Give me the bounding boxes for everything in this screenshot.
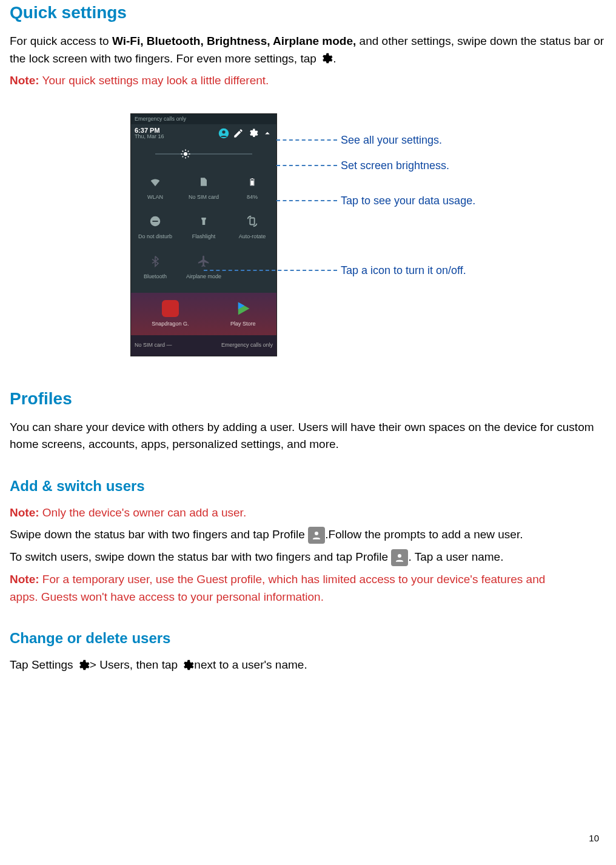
battery-icon <box>244 174 260 190</box>
app-icon: Snapdragon G. <box>152 300 189 328</box>
heading-add-switch: Add & switch users <box>10 475 606 497</box>
tile-wlan: WLAN <box>131 168 179 208</box>
callout-text: See all your settings. <box>341 132 442 149</box>
svg-line-10 <box>188 151 189 152</box>
svg-rect-12 <box>251 181 254 185</box>
callout: See all your settings. <box>276 132 442 149</box>
callout-text: Set screen brightness. <box>341 158 449 174</box>
note-label: Note: <box>10 573 39 586</box>
pencil-icon <box>233 128 244 139</box>
bluetooth-icon <box>147 253 163 269</box>
home-apps-row: Snapdragon G. Play Store <box>131 293 276 335</box>
screenshot-figure: Emergency calls only 6:37 PM Thu, Mar 16… <box>131 114 606 356</box>
para-profiles: You can share your device with others by… <box>10 419 606 453</box>
callout-line <box>204 270 337 271</box>
page-number: 10 <box>589 832 599 846</box>
note-text: Your quick settings may look a little di… <box>39 74 269 87</box>
callout: Tap to see your data usage. <box>276 193 475 209</box>
tile-label: WLAN <box>147 193 163 202</box>
para-add-user: Swipe down the status bar with two finge… <box>10 526 606 544</box>
text: Swipe down the status bar with two finge… <box>10 528 308 541</box>
callout-text: Tap a icon to turn it on/off. <box>341 262 466 279</box>
svg-rect-17 <box>162 300 179 317</box>
qs-header: 6:37 PM Thu, Mar 16 <box>131 124 276 145</box>
text: . Tap a user name. <box>408 550 503 563</box>
note-text-line2: apps. Guests won't have access to your p… <box>10 590 324 603</box>
para-change-delete: Tap Settings > Users, then tap next to a… <box>10 656 606 674</box>
text: .Follow the prompts to add a new user. <box>325 528 523 541</box>
note-text: Only the device's owner can add a user. <box>39 506 247 519</box>
callouts: See all your settings.Set screen brightn… <box>289 114 543 356</box>
callout-line <box>276 139 337 141</box>
heading-profiles: Profiles <box>10 386 606 412</box>
brightness-icon <box>179 148 192 160</box>
note-label: Note: <box>10 506 39 519</box>
svg-point-21 <box>398 554 401 558</box>
note-add-switch-1: Note: Only the device's owner can add a … <box>10 504 606 522</box>
tile-label: Auto-rotate <box>239 233 266 241</box>
text: next to a user's name. <box>194 658 307 671</box>
para-switch-user: To switch users, swipe down the status b… <box>10 549 606 566</box>
tile-flashlight: Flashlight <box>179 207 228 247</box>
sim-right: Emergency calls only <box>221 341 273 350</box>
note-label: Note: <box>10 74 39 87</box>
heading-change-delete: Change or delete users <box>10 627 606 649</box>
gear-icon <box>320 52 333 65</box>
svg-point-2 <box>184 152 187 156</box>
chevron-up-icon <box>262 128 273 139</box>
svg-point-1 <box>222 130 225 133</box>
tile-label: Bluetooth <box>144 273 167 281</box>
tile-label: No SIM card <box>189 193 219 202</box>
text: . <box>333 52 336 65</box>
text: > Users, then tap <box>90 658 181 671</box>
tile-label: Do not disturb <box>138 233 172 241</box>
svg-line-7 <box>182 151 184 152</box>
phone-mock: Emergency calls only 6:37 PM Thu, Mar 16… <box>131 114 276 356</box>
callout-line <box>276 200 337 201</box>
tile-rotate: Auto-rotate <box>228 207 276 247</box>
callout: Tap a icon to turn it on/off. <box>204 262 466 279</box>
flashlight-icon <box>196 213 212 229</box>
profile-icon <box>308 527 325 544</box>
gear-icon <box>247 128 258 139</box>
note-text: For a temporary user, use the Guest prof… <box>39 573 546 586</box>
svg-line-9 <box>182 156 184 158</box>
heading-quick-settings: Quick settings <box>10 0 606 25</box>
gear-icon <box>181 659 194 672</box>
app-label: Snapdragon G. <box>152 320 189 329</box>
svg-line-8 <box>188 156 189 158</box>
profile-icon <box>218 128 229 139</box>
tile-battery: 84% <box>228 168 276 208</box>
app-label: Play Store <box>230 320 256 329</box>
tile-label: Flashlight <box>192 233 216 241</box>
text-bold-features: Wi-Fi, Bluetooth, Brightness, Airplane m… <box>112 35 356 47</box>
svg-point-20 <box>315 532 318 535</box>
clock-date: Thu, Mar 16 <box>135 134 215 140</box>
gear-icon <box>76 659 90 672</box>
profile-icon <box>391 549 408 566</box>
tile-label: 84% <box>247 193 258 202</box>
dnd-icon <box>147 213 163 229</box>
sim-icon <box>196 174 212 190</box>
svg-rect-13 <box>252 178 253 179</box>
tile-sim: No SIM card <box>179 168 228 208</box>
text: To switch users, swipe down the status b… <box>10 550 391 563</box>
rotate-icon <box>244 213 260 229</box>
note-quick-settings: Note: Your quick settings may look a lit… <box>10 72 606 90</box>
sim-status-bar: No SIM card — Emergency calls only <box>131 335 276 356</box>
brightness-track <box>155 153 252 155</box>
text: For quick access to <box>10 35 112 47</box>
note-add-switch-2: Note: For a temporary user, use the Gues… <box>10 571 606 606</box>
tile-dnd: Do not disturb <box>131 207 179 247</box>
tile-bluetooth: Bluetooth <box>131 247 179 287</box>
callout-line <box>276 165 337 166</box>
svg-rect-15 <box>152 221 158 222</box>
wifi-icon <box>147 174 163 190</box>
svg-rect-16 <box>250 218 254 225</box>
phone-status-bar: Emergency calls only <box>131 114 276 125</box>
callout-text: Tap to see your data usage. <box>341 193 475 209</box>
app-icon: Play Store <box>230 300 256 328</box>
sim-left: No SIM card — <box>135 341 172 350</box>
brightness-slider <box>131 145 276 165</box>
callout: Set screen brightness. <box>276 158 449 174</box>
